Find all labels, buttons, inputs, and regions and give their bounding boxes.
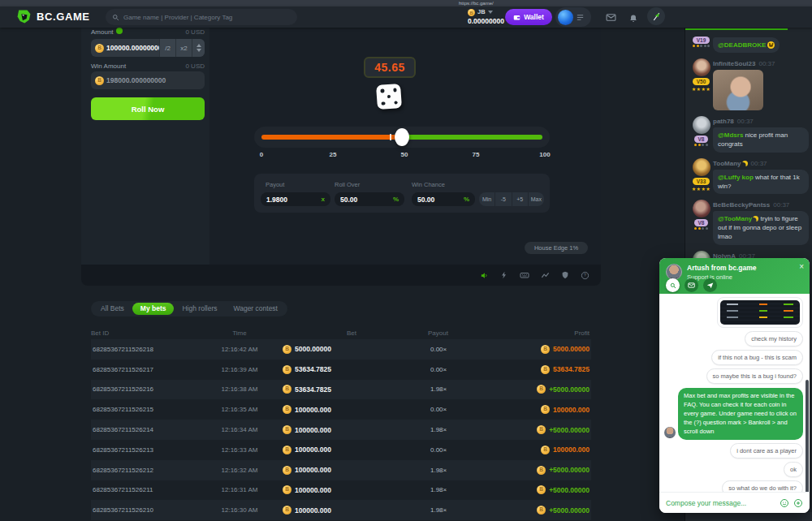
close-icon[interactable]: × — [799, 262, 804, 271]
bet-id-link[interactable]: 68285367211526212 — [91, 467, 197, 474]
roll-now-button[interactable]: Roll Now — [91, 97, 205, 120]
win-amount-input[interactable] — [106, 76, 205, 84]
tab-high-rollers[interactable]: High rollers — [174, 303, 225, 315]
table-row: 68285367211526218 12:16:42 AM 5000.00000… — [91, 339, 591, 360]
bet-id-link[interactable]: 68285367211526217 — [91, 366, 197, 373]
currency-toggle-icon[interactable] — [116, 28, 123, 34]
avatar[interactable] — [693, 158, 710, 176]
chat-image-attachment[interactable] — [713, 70, 763, 110]
bet-id-link[interactable]: 68285367211526216 — [91, 385, 197, 393]
bonus-spin-icon[interactable] — [647, 7, 665, 25]
bc-game-logo[interactable]: BC.GAME — [16, 9, 90, 24]
level-badge: V33 — [693, 178, 710, 185]
coin-icon — [283, 385, 292, 394]
tab-wager-contest[interactable]: Wager contest — [225, 303, 286, 315]
user-message: ok — [784, 462, 803, 477]
minus-5-button[interactable]: -5 — [495, 192, 511, 206]
avatar[interactable] — [558, 10, 573, 25]
min-button[interactable]: Min — [479, 192, 495, 206]
coin-icon — [283, 446, 292, 454]
tab-my-bets[interactable]: My bets — [132, 303, 175, 315]
user-message: check my history — [745, 331, 803, 347]
coin-icon — [541, 446, 550, 454]
max-button[interactable]: Max — [528, 192, 544, 206]
level-badge: V50 — [693, 78, 710, 85]
win-chance-field: % — [412, 192, 475, 206]
bet-history-table: Bet ID Time Bet Payout Profit 6828536721… — [91, 326, 591, 520]
bet-id-link[interactable]: 68285367211526215 — [91, 406, 197, 413]
currency-selector[interactable]: JB 0.00000000 — [468, 8, 504, 25]
emoji-icon[interactable] — [780, 498, 789, 508]
tab-all-bets[interactable]: All Bets — [93, 303, 132, 315]
fast-bet-icon[interactable] — [500, 271, 508, 279]
roll-over-input[interactable] — [340, 196, 391, 204]
slider-track[interactable] — [261, 135, 542, 140]
tick-75: 75 — [473, 151, 480, 158]
roll-result: 45.65 — [364, 57, 416, 78]
bet-id-link[interactable]: 68285367211526211 — [91, 486, 197, 493]
avatar[interactable] — [693, 200, 710, 217]
messages-icon[interactable] — [606, 11, 616, 26]
amount-stepper[interactable] — [192, 39, 205, 57]
coin-icon — [537, 506, 546, 515]
win-chance-input[interactable] — [417, 196, 461, 204]
support-search-icon[interactable] — [666, 278, 680, 292]
verify-shield-icon[interactable] — [561, 271, 569, 279]
double-bet-button[interactable]: x2 — [175, 39, 192, 57]
notifications-bell-icon[interactable] — [628, 11, 638, 26]
hotkeys-icon[interactable] — [520, 270, 529, 280]
screenshot-thumbnail — [720, 300, 800, 325]
chat-input-bar[interactable] — [685, 512, 812, 521]
support-compose-bar — [659, 492, 810, 513]
chat-message: V19 @DEADBROKE — [689, 35, 809, 53]
chat-username[interactable]: path78 — [713, 118, 734, 125]
plus-5-button[interactable]: +5 — [512, 192, 528, 206]
coin-icon — [283, 345, 292, 354]
table-row: 68285367211526216 12:16:38 AM 53634.7825… — [91, 380, 591, 400]
wallet-icon — [513, 14, 520, 21]
slider-handle[interactable] — [395, 128, 409, 146]
avatar[interactable] — [693, 58, 710, 76]
laughing-emoji-icon — [767, 41, 775, 49]
col-profit: Profit — [510, 329, 591, 337]
sound-icon[interactable] — [480, 271, 489, 280]
half-bet-button[interactable]: /2 — [159, 39, 175, 57]
trends-icon[interactable] — [541, 271, 550, 280]
roll-over-unit: % — [393, 196, 399, 203]
url-text: https://bc.game/ — [459, 0, 494, 6]
sent-screenshot-bubble[interactable] — [717, 297, 803, 328]
support-telegram-icon[interactable] — [703, 278, 717, 292]
amount-input-group: /2 x2 — [91, 39, 205, 57]
bet-id-link[interactable]: 68285367211526214 — [91, 426, 197, 433]
profile-pill[interactable] — [555, 7, 591, 27]
avatar[interactable] — [693, 116, 710, 134]
roll-over-label: Roll Over — [335, 181, 360, 188]
payout-input[interactable] — [266, 196, 319, 204]
search-input[interactable] — [123, 14, 291, 21]
tick-0: 0 — [260, 151, 263, 158]
bet-id-link[interactable]: 68285367211526218 — [91, 346, 197, 353]
logo-text: BC.GAME — [37, 11, 90, 23]
coin-icon — [537, 425, 546, 434]
level-badge: V8 — [694, 219, 709, 226]
support-email-icon[interactable] — [685, 278, 698, 292]
support-message-input[interactable] — [666, 499, 775, 507]
chat-time: 00:37 — [758, 60, 775, 67]
chat-username[interactable]: TooMany — [713, 160, 741, 167]
coin-icon — [541, 365, 550, 374]
col-bet-id: Bet ID — [91, 329, 197, 337]
wallet-button[interactable]: Wallet — [505, 9, 552, 25]
slider-ticks: 0 25 50 75 100 — [254, 151, 550, 159]
game-search[interactable] — [106, 9, 297, 25]
table-row: 68285367211526215 12:16:35 AM 100000.000… — [91, 399, 591, 420]
support-conversation: check my history if this not a bug - thi… — [659, 294, 810, 492]
help-icon[interactable]: ? — [581, 271, 590, 280]
amount-input[interactable] — [106, 44, 159, 52]
chat-list-icon[interactable] — [576, 13, 585, 22]
bet-id-link[interactable]: 68285367211526210 — [91, 506, 197, 514]
support-scrollbar[interactable] — [806, 380, 809, 493]
chat-username[interactable]: InfiniteSoul23 — [713, 60, 755, 67]
bet-id-link[interactable]: 68285367211526213 — [91, 446, 197, 454]
chat-username[interactable]: BeBeBeckyPantss — [713, 201, 770, 209]
attach-plus-icon[interactable] — [793, 498, 803, 508]
